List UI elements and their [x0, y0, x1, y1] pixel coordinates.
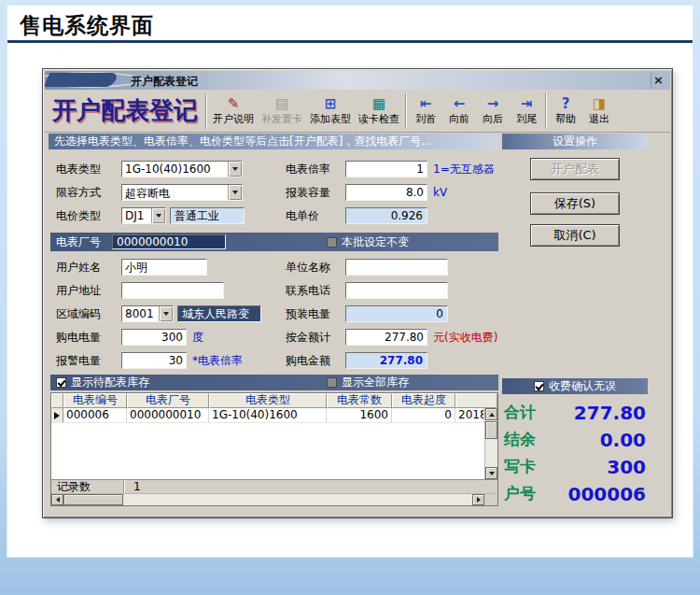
- summary-label-balance: 结余: [504, 429, 536, 450]
- card-icon: ▤: [275, 96, 288, 111]
- last-icon: ⇥: [521, 96, 533, 111]
- show-all-checkbox[interactable]: [327, 377, 337, 388]
- table-header-factory-no: 电表厂号: [127, 393, 209, 408]
- toolbar-button-reissue-card[interactable]: ▤ 补发置卡: [258, 92, 306, 131]
- show-all-group[interactable]: 显示全部库存: [327, 375, 409, 390]
- table-header-meter-type: 电表类型: [209, 393, 327, 408]
- window-titlebar[interactable]: 开户配表登记 ×: [45, 71, 670, 90]
- factory-no-label: 电表厂号: [56, 234, 112, 250]
- cell-meter-type: 1G-10(40)1600: [209, 408, 327, 423]
- scroll-up-button[interactable]: [485, 408, 497, 420]
- table-row[interactable]: 000006 0000000010 1G-10(40)1600 1600 0 2…: [51, 408, 484, 423]
- form-row-user-name: 用户姓名 单位名称: [56, 258, 498, 276]
- by-amount-input[interactable]: [345, 329, 427, 346]
- close-button[interactable]: ×: [651, 73, 665, 88]
- horizontal-scrollbar[interactable]: [51, 493, 497, 505]
- summary-label-total: 合计: [504, 402, 536, 423]
- open-meter-config-button[interactable]: 开户配表: [530, 158, 620, 180]
- help-icon: ?: [562, 96, 570, 111]
- form-row-limit-mode: 限容方式 超容断电 报装容量 kV: [56, 183, 498, 202]
- buy-qty-unit: 度: [192, 330, 203, 346]
- scroll-down-icon: [489, 472, 495, 475]
- scroll-down-button[interactable]: [485, 467, 497, 479]
- toolbar-button-read-card-check[interactable]: ▦ 读卡检查: [355, 92, 403, 131]
- capacity-input[interactable]: [345, 184, 427, 201]
- summary-label-write-card: 写卡: [504, 456, 536, 477]
- region-combo[interactable]: 8001: [121, 305, 174, 322]
- dropdown-button[interactable]: [159, 306, 173, 321]
- dropdown-button[interactable]: [151, 208, 165, 223]
- fee-confirm-checkbox[interactable]: [534, 381, 544, 391]
- limit-mode-combo[interactable]: 超容断电: [121, 184, 243, 201]
- phone-input[interactable]: [345, 282, 448, 299]
- pencil-doc-icon: ✎: [228, 96, 240, 111]
- window-title: 开户配表登记: [131, 74, 198, 90]
- preload-field: 0: [345, 305, 448, 322]
- summary-value-balance: 0.00: [600, 429, 646, 451]
- toolbar-button-first[interactable]: ⇤ 到首: [409, 92, 442, 131]
- meter-type-combo[interactable]: 1G-10(40)1600: [121, 161, 243, 177]
- summary-row-account-no: 户号 000006: [502, 480, 648, 507]
- user-name-label: 用户姓名: [56, 260, 121, 276]
- vertical-scroll-thumb[interactable]: [485, 421, 497, 439]
- address-input[interactable]: [121, 282, 224, 299]
- hint-text: 先选择电表类型、电表倍率、电价类型等后点击[开户配表]，查找电表厂号...: [54, 134, 432, 149]
- vertical-scrollbar[interactable]: [484, 408, 497, 479]
- table-header-meter-no: 电表编号: [63, 393, 127, 408]
- summary-label-account-no: 户号: [504, 483, 536, 504]
- cancel-button[interactable]: 取消(C): [530, 224, 620, 247]
- toolbar-button-last[interactable]: ⇥ 到尾: [510, 92, 543, 131]
- region-label: 区域编码: [56, 306, 121, 322]
- horizontal-scroll-track[interactable]: [123, 494, 472, 505]
- first-icon: ⇤: [420, 96, 432, 111]
- batch-checkbox-group[interactable]: 本批设定不变: [327, 234, 409, 250]
- table-header-constant: 电表常数: [327, 393, 392, 408]
- titlebar-decoration-swoosh: [45, 73, 119, 87]
- dropdown-button[interactable]: [228, 185, 242, 200]
- ratio-input[interactable]: [345, 161, 427, 177]
- record-count-value: 1: [124, 480, 141, 493]
- show-all-label: 显示全部库存: [342, 375, 409, 390]
- toolbar-button-label: 退出: [589, 112, 609, 126]
- summary-row-write-card: 写卡 300: [502, 453, 648, 480]
- price-type-value: DJ1: [122, 208, 151, 223]
- toolbar-button-label: 向后: [483, 112, 503, 126]
- back-icon: ←: [454, 96, 466, 111]
- card-check-icon: ▦: [372, 96, 385, 111]
- toolbar-button-next[interactable]: → 向后: [476, 92, 510, 131]
- buy-qty-input[interactable]: [121, 329, 187, 346]
- save-button[interactable]: 保存(S): [530, 192, 620, 215]
- phone-label: 联系电话: [286, 283, 343, 299]
- toolbar-button-add-meter-type[interactable]: ⊞ 添加表型: [306, 92, 355, 131]
- horizontal-scroll-thumb[interactable]: [63, 494, 123, 505]
- by-amount-note: 元(实收电费): [433, 330, 497, 346]
- table-header-selector: [51, 393, 63, 408]
- toolbar-separator: [205, 93, 207, 129]
- user-name-input[interactable]: [121, 259, 207, 276]
- scroll-left-icon: [56, 497, 60, 503]
- table-rows: 000006 0000000010 1G-10(40)1600 1600 0 2…: [51, 408, 484, 479]
- add-table-icon: ⊞: [325, 96, 337, 111]
- toolbar-button-prev[interactable]: ← 向前: [442, 92, 476, 131]
- by-amount-label: 按金额计: [286, 330, 343, 346]
- side-panel-title: 设置操作: [553, 134, 597, 149]
- org-name-input[interactable]: [345, 259, 448, 276]
- toolbar-button-help[interactable]: ? 帮助: [549, 92, 582, 131]
- toolbar-separator: [405, 93, 407, 129]
- toolbar-button-account-guide[interactable]: ✎ 开户说明: [209, 92, 258, 131]
- toolbar-button-exit[interactable]: ◨ 退出: [582, 92, 616, 131]
- dropdown-button[interactable]: [228, 162, 242, 177]
- scroll-left-button[interactable]: [51, 494, 63, 505]
- meter-type-value: 1G-10(40)1600: [122, 162, 228, 177]
- ratio-label: 电表倍率: [286, 162, 343, 177]
- show-pending-checkbox[interactable]: [56, 377, 66, 388]
- hint-bar: 先选择电表类型、电表倍率、电价类型等后点击[开户配表]，查找电表厂号...: [49, 134, 498, 149]
- scroll-right-button[interactable]: [472, 494, 484, 505]
- capacity-unit: kV: [433, 186, 447, 199]
- alarm-qty-input[interactable]: [121, 352, 187, 369]
- chevron-down-icon: [163, 312, 169, 316]
- batch-checkbox[interactable]: [327, 237, 337, 248]
- factory-no-bar: 电表厂号 0000000010 本批设定不变: [50, 233, 498, 251]
- form-row-region: 区域编码 8001 城东人民路变 预装电量 0: [56, 305, 498, 323]
- price-type-combo[interactable]: DJ1: [121, 207, 166, 224]
